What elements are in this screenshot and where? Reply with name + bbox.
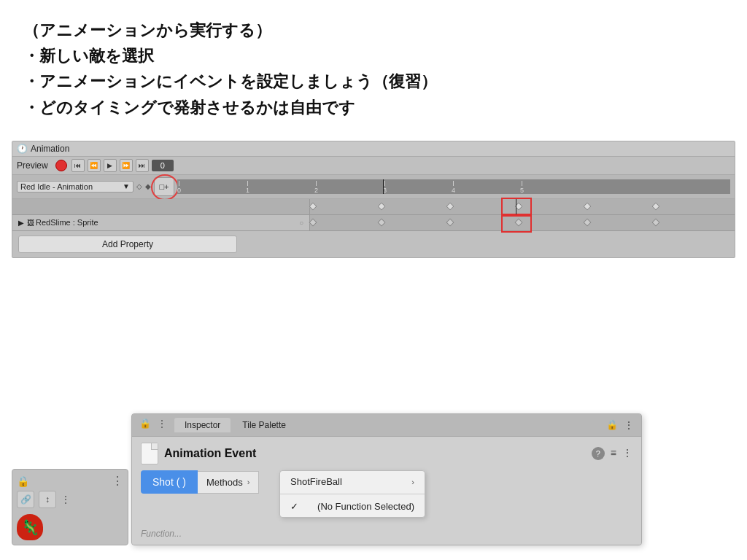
tick-5: 5 [520,179,524,194]
sort-icon-button[interactable]: ↕ [39,491,56,508]
diamond-left-button[interactable]: ◇ [136,182,142,190]
red-slime-icon: 🦎 [17,514,43,540]
diamond-right-button[interactable]: ◆ [145,182,151,190]
events-row-label [12,199,310,214]
header-three-dot[interactable]: ⋮ [157,418,167,432]
lock-header-icon[interactable]: 🔒 [139,418,151,432]
animation-title-bar: 🕐 Animation [12,141,735,157]
track1-playhead [516,199,516,214]
settings-icon[interactable]: ≡ [611,447,616,460]
methods-label: Methods [206,477,243,488]
top-text-section: （アニメーションから実行する） ・新しい敵を選択 ・アニメーションにイベントを設… [0,0,747,132]
sprite-icon: 🖼 [27,219,34,227]
header-dots-right-icon[interactable]: ⋮ [624,419,634,431]
function-partial-text: Function... [141,529,182,539]
clock-icon: 🕐 [17,144,28,154]
tab-tile-palette[interactable]: Tile Palette [232,418,296,432]
shot-row: Shot ( ) Methods › ShotFireBall › (No Fu… [141,470,632,494]
shot-button[interactable]: Shot ( ) [141,470,198,494]
sprite-kf-2[interactable] [446,219,454,227]
lock-icon[interactable]: 🔒 [17,475,29,487]
events-keyframe-row [12,199,735,215]
submenu-divider [280,494,425,494]
submenu-arrow-0: › [411,478,414,486]
prev-end-button[interactable]: ⏮ [71,159,85,172]
prev-frame-button[interactable]: ⏪ [88,159,101,172]
submenu-item-label-0: ShotFireBall [290,476,342,487]
red-slime-row: 🦎 [17,514,123,540]
clip-selector[interactable]: Red Idle - Animation ▼ [17,181,133,192]
sprite-kf-5[interactable] [651,219,659,227]
inspector-header: 🔒 ⋮ Inspector Tile Palette 🔒 ⋮ [132,414,641,437]
timeline-ticks: 0 1 2 3 4 5 [177,179,730,194]
expand-arrow[interactable]: ▶ [18,219,24,227]
keyframe-1[interactable] [377,203,385,211]
sprite-track[interactable] [310,215,735,230]
submenu-item-no-function[interactable]: (No Function Selected) [280,496,425,517]
next-frame-button[interactable]: ⏩ [120,159,133,172]
inspector-body: Animation Event ? ≡ ⋮ Shot ( ) Methods ›… [132,437,641,545]
keyframe-0[interactable] [309,203,317,211]
record-button[interactable] [55,160,67,171]
sprite-keyframe-row: ▶ 🖼 RedSlime : Sprite ○ [12,215,735,231]
dots-icon[interactable]: ⋮ [61,494,71,505]
keyframe-5[interactable] [651,203,659,211]
sprite-row-name: RedSlime : Sprite [36,218,98,227]
inspector-header-icons: 🔒 ⋮ [606,419,634,431]
header-lock-right-icon[interactable]: 🔒 [606,419,618,431]
more-icon[interactable]: ⋮ [622,447,632,460]
tick-2: 2 [314,179,318,194]
next-end-button[interactable]: ⏭ [136,159,149,172]
animation-bottom: Add Property [12,231,735,257]
inspector-title-row: Animation Event ? ≡ ⋮ [141,443,632,464]
keyframe-4[interactable] [583,203,591,211]
sprite-kf-3[interactable] [514,219,522,227]
play-button[interactable]: ▶ [104,159,117,172]
sprite-row-label: ▶ 🖼 RedSlime : Sprite ○ [12,215,310,230]
methods-arrow-icon: › [247,478,250,486]
link-icon-button[interactable]: 🔗 [17,491,34,508]
add-keyframe-button[interactable]: □+ [154,177,174,196]
left-panel-top-row: 🔒 ⋮ [17,474,123,488]
sprite-kf-4[interactable] [583,219,591,227]
tick-1: 1 [246,179,249,194]
left-mini-panel: 🔒 ⋮ 🔗 ↕ ⋮ 🦎 [12,469,128,545]
preview-label: Preview [17,160,48,171]
submenu-item-shotfireball[interactable]: ShotFireBall › [280,471,425,492]
sprite-circle: ○ [299,219,303,227]
keyframe-2[interactable] [446,203,454,211]
left-panel-icon-row: 🔗 ↕ ⋮ [17,491,123,508]
inspector-title-icons: ? ≡ ⋮ [592,447,632,460]
inspector-tabs: 🔒 ⋮ Inspector Tile Palette [139,418,296,432]
help-icon[interactable]: ? [592,447,605,460]
inspector-title-left: Animation Event [141,443,256,464]
submenu: ShotFireBall › (No Function Selected) [279,470,425,518]
animation-title: Animation [31,144,69,154]
inspector-entity-title: Animation Event [164,447,256,460]
submenu-item-label-1: (No Function Selected) [317,501,414,512]
clip-dropdown-arrow: ▼ [123,182,130,190]
clip-name: Red Idle - Animation [20,182,93,191]
time-input[interactable]: 0 [152,160,174,171]
tab-inspector[interactable]: Inspector [174,418,231,432]
playhead[interactable] [383,179,384,194]
text-line-3: ・アニメーションにイベントを設定しましょう（復習） [23,69,724,94]
tick-4: 4 [452,179,455,194]
add-property-button[interactable]: Add Property [18,236,237,253]
clip-selector-row: Red Idle - Animation ▼ ◇ ◆ □+ 0 1 2 [12,175,735,199]
inspector-panel: 🔒 ⋮ Inspector Tile Palette 🔒 ⋮ Animation… [131,413,642,545]
text-line-4: ・どのタイミングで発射させるかは自由です [23,95,724,120]
sprite-kf-0[interactable] [309,219,317,227]
methods-dropdown[interactable]: Methods › [198,471,260,494]
function-name-partial: Function... [141,529,632,539]
text-line-2: ・新しい敵を選択 [23,43,724,69]
animation-panel: 🕐 Animation Preview ⏮ ⏪ ▶ ⏩ ⏭ 0 Red Idle… [12,141,735,258]
text-line-1: （アニメーションから実行する） [23,18,724,43]
document-icon [141,443,158,464]
events-track[interactable] [310,199,735,214]
three-dot-icon[interactable]: ⋮ [112,474,123,488]
animation-toolbar: Preview ⏮ ⏪ ▶ ⏩ ⏭ 0 [12,157,735,175]
keyframe-plus-icon: □+ [159,182,169,191]
tick-0: 0 [177,179,181,194]
sprite-kf-1[interactable] [377,219,385,227]
